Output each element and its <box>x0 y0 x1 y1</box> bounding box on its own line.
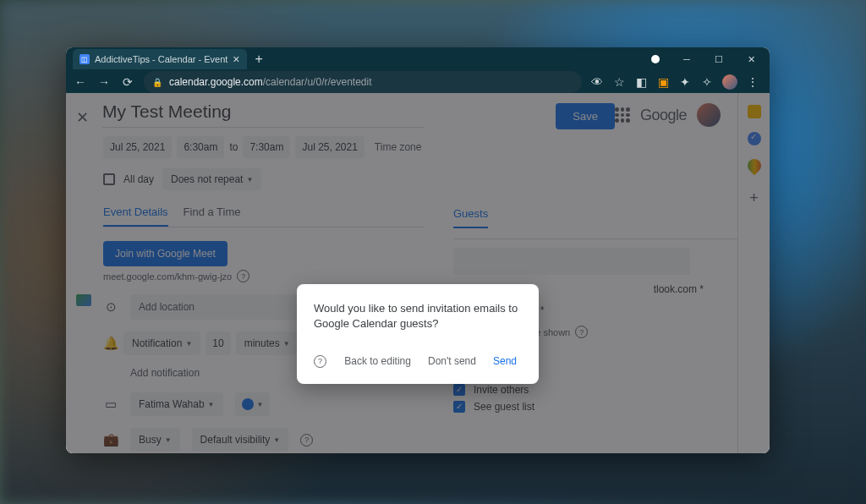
tab-close-icon[interactable]: × <box>233 52 239 66</box>
browser-tab[interactable]: ◫ AddictiveTips - Calendar - Event × <box>73 49 247 69</box>
chrome-menu-icon[interactable]: ⋮ <box>746 75 759 89</box>
eye-extension-icon[interactable]: 👁 <box>590 75 604 89</box>
bookmark-star-icon[interactable]: ☆ <box>612 75 626 89</box>
modal-overlay: Would you like to send invitation emails… <box>66 93 770 453</box>
minimize-button[interactable]: ─ <box>671 47 702 71</box>
forward-button[interactable]: → <box>96 75 112 89</box>
titlebar: ◫ AddictiveTips - Calendar - Event × + ─… <box>66 47 770 71</box>
extensions-puzzle-icon[interactable]: ✧ <box>700 75 714 89</box>
address-bar: ← → ⟳ 🔒 calendar.google.com/calendar/u/0… <box>66 71 770 93</box>
extension-icon-2[interactable]: ▣ <box>656 75 670 89</box>
account-dot-icon[interactable] <box>651 55 660 63</box>
reload-button[interactable]: ⟳ <box>120 75 135 89</box>
maximize-button[interactable]: ☐ <box>704 47 734 71</box>
extension-icon-3[interactable]: ✦ <box>678 75 692 89</box>
dont-send-button[interactable]: Don't send <box>423 350 481 372</box>
send-button[interactable]: Send <box>488 350 522 372</box>
profile-avatar-icon[interactable] <box>722 74 737 90</box>
back-to-editing-button[interactable]: Back to editing <box>339 350 416 372</box>
close-window-button[interactable]: ✕ <box>736 47 766 71</box>
lock-icon: 🔒 <box>152 78 162 87</box>
url-domain: calendar.google.com <box>169 76 263 88</box>
extension-icon-1[interactable]: ◧ <box>634 75 648 89</box>
url-input[interactable]: 🔒 calendar.google.com/calendar/u/0/r/eve… <box>144 71 582 93</box>
back-button[interactable]: ← <box>73 75 88 89</box>
browser-window: ◫ AddictiveTips - Calendar - Event × + ─… <box>66 47 770 453</box>
calendar-favicon: ◫ <box>79 54 90 64</box>
new-tab-button[interactable]: + <box>255 52 263 67</box>
dialog-help-icon[interactable]: ? <box>314 355 326 368</box>
dialog-text: Would you like to send invitation emails… <box>314 301 522 331</box>
send-invitation-dialog: Would you like to send invitation emails… <box>297 284 539 384</box>
url-path: /calendar/u/0/r/eventedit <box>263 76 372 88</box>
tab-title: AddictiveTips - Calendar - Event <box>95 54 227 64</box>
